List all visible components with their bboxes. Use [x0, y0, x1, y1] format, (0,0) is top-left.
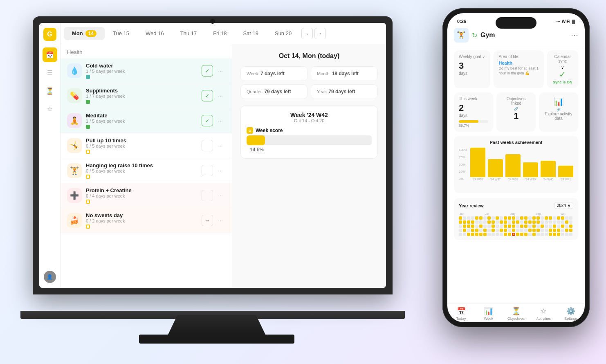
- phone-notch: [496, 17, 536, 29]
- area-of-life-value[interactable]: Health: [498, 61, 539, 65]
- habit-no-sweets-actions: → ···: [202, 215, 225, 226]
- habit-meditate-freq: 1 / 5 days per week: [86, 119, 198, 124]
- weekly-goal-label: Weekly goal ∨: [459, 54, 485, 59]
- sidebar-icon-list[interactable]: ☰: [43, 65, 57, 80]
- calendar-sync-arrow: ∨: [552, 65, 573, 70]
- chart-bars: '24 W36 '24 W37 '24 W38: [470, 148, 573, 181]
- habit-no-sweets-check[interactable]: →: [202, 215, 213, 226]
- habit-meditate-more[interactable]: ···: [215, 116, 225, 126]
- sidebar-icon-calendar[interactable]: 📅: [43, 47, 57, 62]
- stat-month-value: 18 days left: [332, 71, 359, 76]
- habit-pullup-more[interactable]: ···: [215, 141, 225, 151]
- day-tab-thu[interactable]: Thu 17: [172, 27, 205, 40]
- habit-leg-raise-check[interactable]: [202, 165, 213, 176]
- habit-cold-water-name: Cold water: [86, 63, 198, 69]
- user-avatar[interactable]: 👤: [44, 271, 56, 283]
- habit-meditate-check[interactable]: ✓: [202, 115, 213, 126]
- objectives-value: 1: [501, 111, 531, 121]
- stat-week: Week: 7 days left: [240, 66, 307, 81]
- stat-month: Month: 18 days left: [311, 66, 378, 81]
- chart-section: Past weeks achievement 100% 75% 50% 25% …: [454, 136, 578, 193]
- this-week-card: This week 2 days 66.7%: [454, 92, 493, 132]
- detail-stats: Week: 7 days left Month: 18 days left Qu…: [240, 66, 378, 99]
- day-tab-sat-label: Sat 19: [243, 30, 258, 36]
- chart-bar-w40-label: '24 W40: [543, 178, 553, 181]
- day-tab-mon[interactable]: Mon 14: [64, 27, 105, 40]
- this-week-pct: 66.7%: [459, 124, 488, 128]
- objectives-label: Objectives linked: [501, 97, 531, 106]
- day-tab-sat[interactable]: Sat 19: [235, 27, 267, 40]
- refresh-icon: ↻: [472, 31, 477, 39]
- day-tab-tue-label: Tue 15: [113, 30, 129, 36]
- area-of-life-label: Area of life:: [498, 54, 539, 59]
- chart-bar-w39-label: '24 W39: [525, 178, 536, 181]
- habit-no-sweets-icon: 🍰: [67, 213, 82, 228]
- chart-bar-w36: '24 W36: [470, 148, 485, 181]
- habit-protein-info: Protein + Creatine 0 / 4 days per week: [86, 187, 198, 204]
- habit-leg-raise: 🏋 Hanging leg raise 10 times 0 / 5 days …: [61, 158, 232, 183]
- habit-suppliments-actions: ✓ ···: [202, 90, 225, 101]
- explore-activity-card[interactable]: 📊 🔗 Explore activity data: [539, 92, 578, 132]
- chart-title: Past weeks achievement: [459, 140, 573, 145]
- habit-suppliments-name: Suppliments: [86, 88, 198, 94]
- habits-header: Health: [61, 44, 232, 58]
- week-score-pct: 14.6%: [250, 147, 372, 153]
- habit-no-sweets-more[interactable]: ···: [215, 216, 225, 225]
- day-tab-mon-label: Mon: [72, 30, 83, 36]
- battery-icon: ▓: [572, 19, 575, 24]
- phone-tab-activities[interactable]: ☆ Activities: [530, 307, 557, 321]
- next-day-button[interactable]: ›: [314, 28, 326, 39]
- habit-no-sweets: 🍰 No sweets day 0 / 2 days per week → ··…: [61, 208, 232, 233]
- laptop-notch: [210, 19, 215, 24]
- phone-tab-settings[interactable]: ⚙️ Settings: [557, 307, 585, 321]
- this-week-value: 2: [459, 103, 488, 113]
- sidebar-icon-timer[interactable]: ⏳: [43, 83, 57, 98]
- habit-cold-water-more[interactable]: ···: [215, 66, 225, 76]
- heatmap-grid: [459, 216, 573, 236]
- phone-tab-today[interactable]: 📅 Today: [447, 307, 475, 321]
- day-tab-mon-badge: 14: [85, 30, 97, 37]
- habit-pullup-icon: 🤸: [67, 138, 82, 153]
- signal-icon: ····: [556, 19, 560, 24]
- day-tab-wed[interactable]: Wed 16: [137, 27, 172, 40]
- habit-pullup-dot: [86, 150, 90, 154]
- habit-cold-water-icon: 💧: [67, 63, 82, 78]
- chart-bar-w40-fill: [541, 161, 556, 177]
- day-tab-fri[interactable]: Fri 18: [205, 27, 235, 40]
- prev-day-button[interactable]: ‹: [301, 28, 313, 39]
- habit-leg-raise-more[interactable]: ···: [215, 166, 225, 175]
- day-tab-sun[interactable]: Sun 20: [267, 27, 300, 40]
- habit-no-sweets-info: No sweets day 0 / 2 days per week: [86, 212, 198, 229]
- habit-pullup-check[interactable]: [202, 140, 213, 151]
- habit-suppliments-more[interactable]: ···: [215, 91, 225, 101]
- sync-on-icon: ✓: [552, 70, 573, 79]
- habit-protein-more[interactable]: ···: [215, 191, 225, 200]
- y-label-25: 25%: [459, 170, 467, 173]
- habit-cold-water-actions: ✓ ···: [202, 65, 225, 76]
- y-label-50: 50%: [459, 163, 467, 166]
- year-select[interactable]: 2024 ∨: [554, 202, 573, 209]
- habit-protein-check[interactable]: [202, 190, 213, 201]
- chart-bar-w41-label: '24 W41: [561, 178, 571, 181]
- habit-protein-dot: [86, 200, 90, 204]
- day-tab-fri-label: Fri 18: [213, 30, 227, 36]
- habit-suppliments-check[interactable]: ✓: [202, 90, 213, 101]
- day-tab-tue[interactable]: Tue 15: [105, 27, 137, 40]
- phone-tab-week[interactable]: 📊 Week: [475, 307, 502, 321]
- phone-screen: 0:26 ···· WiFi ▓ 🏋: [447, 13, 585, 322]
- app-container: G 📅 ☰ ⏳ ☆ 👤 Mon 14: [39, 23, 386, 288]
- sidebar-icon-star[interactable]: ☆: [43, 101, 57, 116]
- habit-pullup-freq: 0 / 5 days per week: [86, 144, 198, 148]
- phone-device: 0:26 ···· WiFi ▓ 🏋: [442, 8, 590, 327]
- habit-suppliments-dot: [86, 100, 90, 104]
- habit-leg-raise-name: Hanging leg raise 10 times: [86, 162, 198, 169]
- phone-tab-objectives[interactable]: ⏳ Objectives: [502, 307, 530, 321]
- habit-cold-water-check[interactable]: ✓: [202, 65, 213, 76]
- year-review-section: Year review 2024 ∨ Jun Jul Aug Sep Oct: [454, 198, 578, 240]
- habit-meditate-actions: ✓ ···: [202, 115, 225, 126]
- sidebar: G 📅 ☰ ⏳ ☆ 👤: [39, 23, 61, 288]
- phone-tab-week-icon: 📊: [484, 307, 493, 316]
- habit-cold-water-dot: [86, 75, 90, 79]
- content-area: Health 💧 Cold water 1 / 5 days per week: [61, 44, 386, 288]
- phone-header-menu[interactable]: ⋯: [571, 31, 578, 40]
